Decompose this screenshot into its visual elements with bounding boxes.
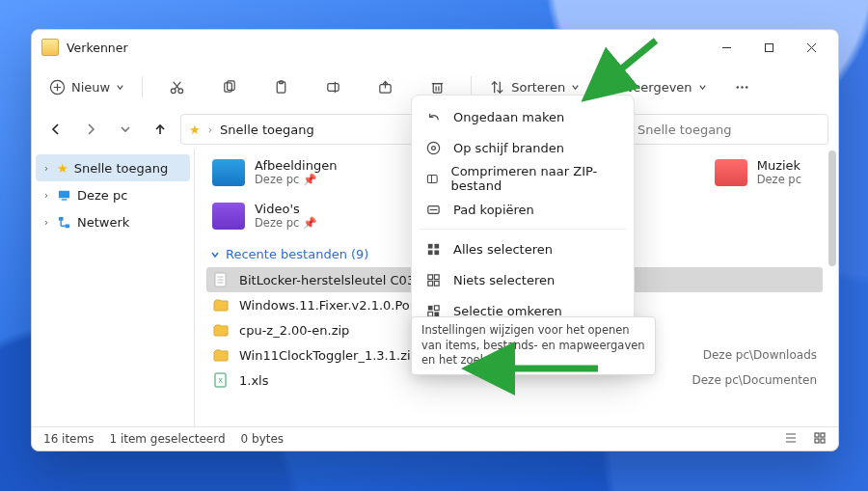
svg-point-8 — [178, 88, 183, 93]
close-button[interactable] — [790, 33, 832, 62]
status-bar: 16 items 1 item geselecteerd 0 bytes — [32, 426, 838, 450]
svg-rect-60 — [428, 243, 433, 248]
sidebar-item-label: Netwerk — [77, 215, 129, 230]
sidebar: › ★ Snelle toegang › Deze pc › Netwerk — [32, 149, 195, 426]
svg-rect-66 — [428, 281, 433, 286]
svg-point-30 — [741, 86, 743, 88]
chevron-right-icon: › — [41, 163, 51, 174]
paste-button[interactable] — [257, 70, 305, 103]
pin-icon: 📌 — [303, 216, 316, 230]
folder-name: Video's — [255, 202, 316, 216]
back-button[interactable] — [41, 115, 70, 144]
new-button[interactable]: Nieuw — [41, 70, 132, 103]
recent-files-label: Recente bestanden (9) — [226, 247, 368, 261]
new-label: Nieuw — [71, 80, 110, 95]
zip-file-icon — [212, 296, 230, 314]
menu-item-select-all[interactable]: Alles selecteren — [418, 233, 628, 264]
svg-rect-71 — [434, 312, 439, 316]
sidebar-item-network[interactable]: › Netwerk — [36, 208, 190, 235]
menu-item-compress[interactable]: Comprimeren naar ZIP-bestand — [418, 163, 628, 194]
scrollbar-thumb[interactable] — [828, 150, 836, 266]
scrollbar[interactable] — [828, 150, 836, 424]
folder-name: Muziek — [757, 158, 801, 173]
xls-file-icon: X — [212, 371, 230, 389]
share-button[interactable] — [361, 70, 409, 103]
svg-rect-38 — [65, 224, 69, 228]
folder-location: Deze pc — [255, 173, 299, 186]
svg-rect-51 — [821, 433, 825, 437]
recent-locations-button[interactable] — [111, 115, 140, 144]
window-title: Verkenner — [67, 41, 128, 55]
svg-line-74 — [612, 41, 656, 76]
videos-folder-icon — [212, 203, 245, 230]
file-location: Deze pc\Downloads — [703, 348, 817, 362]
menu-item-undo[interactable]: Ongedaan maken — [418, 101, 628, 132]
breadcrumb[interactable]: Snelle toegang — [220, 123, 314, 137]
svg-point-55 — [432, 146, 436, 150]
menu-item-label: Alles selecteren — [453, 242, 553, 257]
titlebar: Verkenner — [32, 30, 838, 65]
maximize-button[interactable] — [747, 33, 790, 62]
music-folder-icon — [715, 159, 747, 186]
explorer-icon — [41, 39, 59, 56]
status-item-count: 16 items — [43, 432, 94, 446]
cut-button[interactable] — [152, 70, 201, 103]
menu-item-label: Comprimeren naar ZIP-bestand — [451, 164, 620, 193]
thumbnails-view-button[interactable] — [813, 431, 827, 448]
svg-rect-61 — [434, 243, 439, 248]
star-icon: ★ — [189, 123, 201, 137]
menu-item-label: Ongedaan maken — [453, 110, 564, 124]
menu-item-select-none[interactable]: Niets selecteren — [418, 264, 628, 295]
pictures-folder-icon — [212, 159, 245, 186]
details-view-button[interactable] — [784, 431, 798, 448]
annotation-arrow — [598, 33, 665, 95]
menu-separator — [420, 229, 626, 230]
folder-name: Afbeeldingen — [255, 158, 337, 173]
toolbar-separator — [142, 76, 143, 97]
folder-item[interactable]: Video's Deze pc 📌 — [212, 202, 316, 230]
folder-item[interactable]: Muziek Deze pc — [715, 158, 801, 186]
forward-button[interactable] — [76, 115, 105, 144]
rename-button[interactable] — [309, 70, 357, 103]
svg-point-31 — [746, 86, 747, 88]
copy-button[interactable] — [204, 70, 253, 103]
folder-location: Deze pc — [757, 173, 801, 186]
up-button[interactable] — [146, 115, 175, 144]
svg-rect-1 — [765, 43, 773, 51]
svg-rect-37 — [59, 216, 64, 220]
svg-rect-65 — [434, 274, 439, 279]
sort-label: Sorteren — [511, 80, 565, 95]
svg-point-7 — [171, 88, 176, 93]
svg-rect-52 — [815, 439, 819, 443]
svg-text:X: X — [218, 377, 223, 384]
chevron-right-icon: › — [41, 190, 51, 201]
svg-rect-63 — [434, 250, 439, 255]
status-size: 0 bytes — [241, 432, 285, 446]
minimize-button[interactable] — [705, 33, 747, 62]
sidebar-item-quick-access[interactable]: › ★ Snelle toegang — [36, 154, 190, 181]
folder-item[interactable]: Afbeeldingen Deze pc 📌 — [212, 158, 337, 186]
svg-point-29 — [737, 86, 739, 88]
star-icon: ★ — [57, 161, 68, 176]
folder-location: Deze pc — [255, 216, 299, 230]
svg-rect-35 — [59, 190, 69, 198]
menu-item-burn[interactable]: Op schijf branden — [418, 132, 628, 163]
menu-item-label: Niets selecteren — [453, 273, 555, 287]
chevron-right-icon: › — [41, 217, 51, 228]
svg-rect-15 — [328, 83, 339, 91]
menu-item-copy-path[interactable]: Pad kopiëren — [418, 194, 628, 225]
svg-rect-68 — [428, 305, 433, 310]
sidebar-item-this-pc[interactable]: › Deze pc — [36, 181, 190, 208]
status-selected: 1 item geselecteerd — [109, 432, 225, 446]
svg-rect-67 — [434, 281, 439, 286]
svg-rect-70 — [428, 312, 433, 316]
svg-rect-53 — [821, 439, 825, 443]
file-name: 1.xls — [239, 373, 268, 388]
svg-rect-64 — [428, 274, 433, 279]
sidebar-item-label: Deze pc — [77, 188, 127, 203]
search-box[interactable]: Snelle toegang — [609, 114, 828, 145]
more-button[interactable] — [719, 70, 767, 103]
svg-rect-19 — [433, 83, 442, 92]
search-placeholder: Snelle toegang — [637, 123, 732, 137]
zip-file-icon — [212, 321, 230, 339]
